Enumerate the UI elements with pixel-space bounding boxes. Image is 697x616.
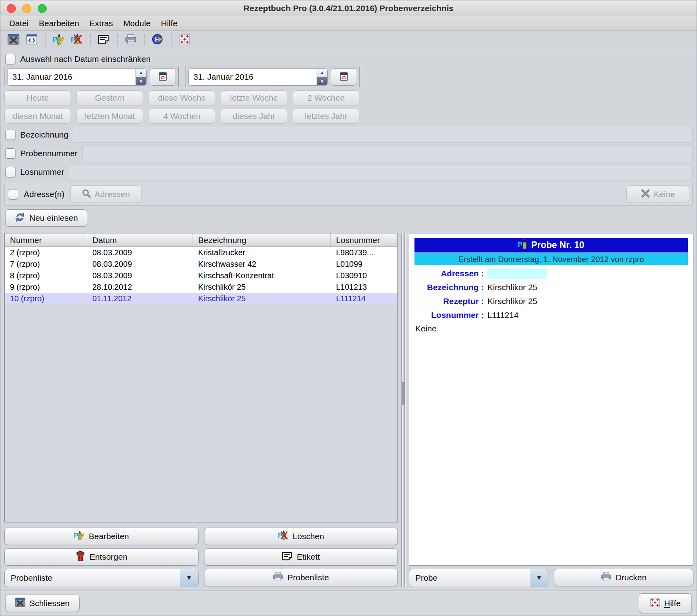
splitter[interactable]	[398, 233, 409, 587]
date-to-calendar-button[interactable]	[331, 68, 357, 86]
detail-row-bezeichnung: Bezeichnung : Kirschlikör 25	[414, 282, 688, 293]
toolbar-separator	[171, 34, 172, 46]
probenliste-print-button[interactable]: Probenliste	[204, 569, 398, 586]
quick-4-wochen-button[interactable]: 4 Wochen	[149, 109, 215, 124]
edit-probe-tool-button[interactable]: P	[50, 32, 68, 48]
date-to-stepper: ▲ ▼	[317, 69, 327, 85]
traffic-lights	[7, 4, 47, 13]
quick-letzte-woche-button[interactable]: letzte Woche	[221, 90, 287, 105]
table-row[interactable]: 7 (rzpro) 08.03.2009 Kirschwasser 42 L01…	[5, 258, 397, 270]
date-to-step-up[interactable]: ▲	[317, 69, 327, 77]
probennummer-label: Probennummer	[20, 149, 78, 158]
date-from-field[interactable]: ▲ ▼	[7, 68, 147, 86]
drucken-button[interactable]: Drucken	[554, 569, 693, 586]
probenliste-select[interactable]: Probenliste ▼	[4, 569, 199, 587]
hilfe-button[interactable]: Hilfe	[639, 593, 692, 613]
quick-diese-woche-button[interactable]: diese Woche	[149, 90, 215, 105]
table-row[interactable]: 10 (rzpro) 01.11.2012 Kirschlikör 25 L11…	[5, 293, 397, 304]
quick-dieses-jahr-button[interactable]: dieses Jahr	[221, 109, 287, 124]
probe-select[interactable]: Probe ▼	[409, 569, 548, 587]
quick-letztes-jahr-button[interactable]: letztes Jahr	[293, 109, 359, 124]
adresse-checkbox[interactable]	[8, 189, 18, 199]
menu-bearbeiten[interactable]: Bearbeiten	[39, 19, 79, 28]
print-tool-button[interactable]	[122, 32, 140, 48]
date-from-calendar-button[interactable]	[150, 68, 176, 86]
splitter-grip[interactable]	[402, 382, 405, 405]
table-row[interactable]: 2 (rzpro) 08.03.2009 Kristallzucker L980…	[5, 247, 397, 258]
handbook-icon: H	[152, 33, 164, 46]
table-row[interactable]: 9 (rzpro) 28.10.2012 Kirschlikör 25 L101…	[5, 281, 397, 293]
menu-extras[interactable]: Extras	[90, 19, 113, 28]
bottom-bar: Schliessen Hilfe	[0, 590, 697, 616]
losnummer-label: Losnummer	[20, 167, 64, 177]
quick-letzten-monat-button[interactable]: letzten Monat	[76, 109, 143, 124]
etikett-tool-button[interactable]	[95, 32, 113, 48]
menu-module[interactable]: Module	[123, 19, 151, 28]
schliessen-button[interactable]: Schliessen	[5, 595, 80, 612]
neu-einlesen-button[interactable]: Neu einlesen	[5, 209, 87, 227]
title-bar: Rezeptbuch Pro (3.0.4/21.01.2016) Proben…	[0, 0, 697, 16]
schliessen-label: Schliessen	[29, 599, 70, 608]
close-window-icon	[15, 597, 25, 609]
cell-losnummer: L030910	[331, 271, 397, 280]
probennummer-input	[82, 145, 693, 161]
detail-value-losnummer: L111214	[487, 310, 519, 320]
loeschen-button[interactable]: P Löschen	[204, 528, 398, 545]
cell-losnummer: L01099	[331, 260, 397, 269]
toolbar-separator	[144, 34, 145, 46]
date-from-step-up[interactable]: ▲	[136, 69, 146, 77]
window-layout-button[interactable]	[23, 32, 41, 48]
window-layout-icon	[26, 34, 38, 46]
column-header-nummer[interactable]: Nummer	[5, 233, 87, 247]
help-grid-tool-button[interactable]	[176, 32, 194, 48]
minimize-window-button[interactable]	[22, 4, 31, 13]
toolbar-separator	[90, 34, 91, 46]
adressen-button[interactable]: Adressen	[70, 186, 141, 203]
quick-2-wochen-button[interactable]: 2 Wochen	[293, 90, 359, 105]
probe-detail-title: Probe Nr. 10	[531, 240, 584, 251]
adresse-filter-row: Adresse(n) Adressen Keine	[4, 183, 693, 206]
date-to-step-down[interactable]: ▼	[317, 77, 327, 86]
svg-text:P: P	[52, 35, 57, 44]
cell-bezeichnung: Kirschlikör 25	[193, 294, 331, 303]
bezeichnung-checkbox[interactable]	[5, 130, 15, 140]
date-filter-checkbox[interactable]	[5, 54, 15, 64]
table-body: 2 (rzpro) 08.03.2009 Kristallzucker L980…	[5, 247, 397, 522]
probennummer-checkbox[interactable]	[5, 148, 15, 159]
column-header-losnummer[interactable]: Losnummer	[331, 233, 397, 247]
losnummer-checkbox[interactable]	[5, 167, 15, 177]
hilfe-label: Hilfe	[664, 599, 681, 608]
date-from-input[interactable]	[8, 69, 136, 85]
delete-probe-tool-button[interactable]: P	[68, 32, 86, 48]
detail-value-bezeichnung: Kirschlikör 25	[487, 283, 537, 292]
zoom-window-button[interactable]	[38, 4, 47, 13]
quick-heute-button[interactable]: Heute	[4, 90, 71, 105]
help-grid-icon	[650, 597, 660, 610]
detail-row-rezeptur: Rezeptur : Kirschlikör 25	[414, 296, 688, 307]
column-header-datum[interactable]: Datum	[87, 233, 193, 247]
quick-diesen-monat-button[interactable]: diesen Monat	[4, 109, 71, 124]
table-row[interactable]: 8 (rzpro) 08.03.2009 Kirschsaft-Konzentr…	[5, 270, 397, 281]
cell-nummer: 2 (rzpro)	[5, 248, 87, 257]
menu-hilfe[interactable]: Hilfe	[161, 19, 178, 28]
calendar-icon	[158, 71, 168, 83]
bearbeiten-button[interactable]: P Bearbeiten	[4, 528, 199, 545]
close-tool-button[interactable]	[4, 32, 23, 48]
menu-datei[interactable]: Datei	[9, 19, 29, 28]
column-header-bezeichnung[interactable]: Bezeichnung	[193, 233, 331, 247]
date-from-step-down[interactable]: ▼	[136, 77, 146, 86]
entsorgen-button[interactable]: Entsorgen	[4, 548, 199, 566]
cell-bezeichnung: Kirschlikör 25	[193, 283, 331, 292]
close-window-button[interactable]	[7, 4, 16, 13]
dropdown-arrow-icon[interactable]: ▼	[180, 569, 198, 587]
cell-nummer: 10 (rzpro)	[5, 294, 87, 303]
cell-losnummer: L111214	[331, 294, 397, 303]
handbook-tool-button[interactable]: H	[149, 32, 167, 48]
dropdown-arrow-icon[interactable]: ▼	[530, 569, 548, 587]
drucken-label: Drucken	[615, 573, 646, 582]
date-to-field[interactable]: ▲ ▼	[188, 68, 328, 86]
date-to-input[interactable]	[189, 69, 317, 85]
keine-button[interactable]: Keine	[626, 186, 689, 203]
quick-gestern-button[interactable]: Gestern	[76, 90, 143, 105]
etikett-button[interactable]: Etikett	[204, 548, 398, 566]
